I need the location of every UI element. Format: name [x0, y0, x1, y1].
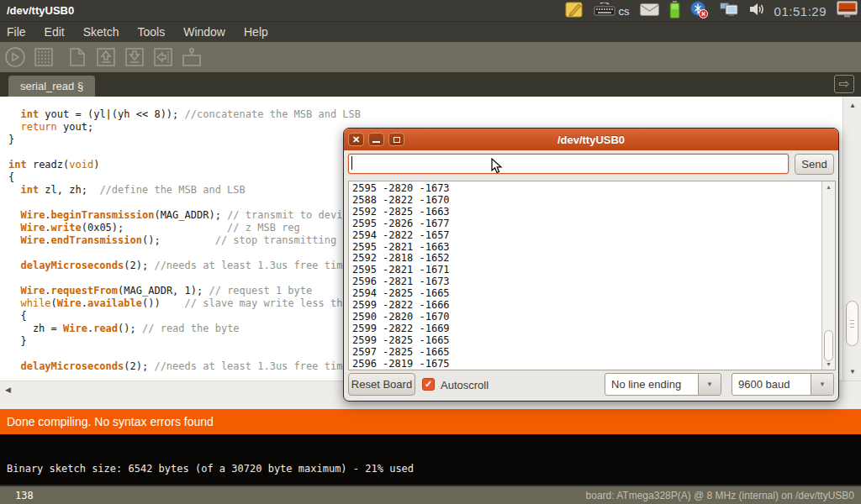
tab-label: serial_read §	[20, 80, 83, 92]
code-line: delayMicroseconds(2); //needs at least 1…	[8, 260, 361, 272]
verify-button[interactable]	[3, 45, 27, 69]
serial-send-input[interactable]	[348, 154, 789, 174]
volume-icon[interactable]	[749, 2, 764, 20]
open-sketch-button[interactable]	[94, 45, 118, 69]
upload-button[interactable]	[151, 45, 175, 69]
code-line: }	[8, 134, 361, 146]
line-number-indicator: 138	[0, 490, 34, 501]
save-sketch-button[interactable]	[123, 45, 146, 69]
network-icon[interactable]	[718, 1, 739, 21]
scroll-left-icon[interactable]: ◀	[5, 386, 11, 394]
serial-output-scrollbar[interactable]: ▲ ▼	[821, 181, 835, 370]
serial-monitor-titlebar[interactable]: /dev/ttyUSB0 ✕	[344, 129, 838, 150]
line-ending-value: No line ending	[605, 374, 698, 395]
code-line: Wire.beginTransmission(MAG_ADDR); // tra…	[8, 209, 361, 222]
scroll-down-icon[interactable]: ▼	[822, 361, 835, 367]
serial-line: 2592 -2825 -1663	[352, 207, 450, 218]
board-info: board: ATmega328P(A) @ 8 MHz (internal) …	[586, 490, 854, 501]
close-icon: ✕	[352, 135, 360, 144]
mail-icon[interactable]	[640, 3, 659, 19]
keyboard-layout-label[interactable]: cs	[619, 5, 630, 18]
serial-line: 2599 -2825 -1665	[352, 335, 450, 347]
menu-item-window[interactable]: Window	[183, 25, 225, 39]
compile-status-bar: Done compiling. No syntax errors found	[0, 409, 861, 434]
serial-line: 2595 -2821 -1663	[352, 242, 450, 254]
serial-output-pane[interactable]: 2595 -2820 -16732588 -2822 -16702592 -28…	[348, 181, 836, 370]
verify-icon	[4, 46, 26, 68]
scroll-down-icon[interactable]: ▼	[843, 368, 861, 375]
chevron-down-icon[interactable]: ▼	[698, 374, 721, 395]
menu-item-help[interactable]: Help	[244, 25, 268, 39]
scroll-up-icon[interactable]: ▲	[843, 102, 861, 109]
tab-serial-read[interactable]: serial_read §	[8, 76, 95, 97]
code-line: int yout = (yl|(yh << 8)); //concatenate…	[8, 108, 361, 121]
code-line	[8, 146, 361, 159]
baud-rate-value: 9600 baud	[732, 374, 811, 395]
code-line: Wire.requestFrom(MAG_ADDR, 1); // reques…	[8, 285, 361, 297]
autoscroll-label: Autoscroll	[441, 379, 489, 391]
serial-monitor-icon	[181, 47, 203, 67]
save-icon	[124, 47, 145, 67]
code-line	[8, 247, 361, 260]
close-button[interactable]: ✕	[348, 133, 364, 146]
serial-line: 2596 -2819 -1675	[352, 359, 450, 370]
menu-item-file[interactable]: File	[7, 25, 26, 39]
autoscroll-checkbox[interactable]: ✓	[422, 378, 435, 391]
keyboard-layout-icon[interactable]	[594, 3, 615, 19]
reset-board-button[interactable]: Reset Board	[348, 373, 415, 396]
ide-toolbar	[0, 42, 861, 72]
serial-line: 2595 -2821 -1671	[352, 265, 450, 276]
menu-item-edit[interactable]: Edit	[45, 25, 65, 39]
menu-item-tools[interactable]: Tools	[138, 25, 166, 39]
editor-vertical-scrollbar[interactable]: ▲ ▼	[843, 97, 861, 381]
minimize-button[interactable]	[368, 133, 384, 146]
text-caret	[351, 156, 352, 170]
stop-button[interactable]	[32, 45, 55, 69]
chevron-down-icon[interactable]: ▼	[811, 374, 833, 395]
menu-item-sketch[interactable]: Sketch	[83, 25, 119, 39]
line-ending-dropdown[interactable]: No line ending ▼	[605, 373, 721, 396]
code-line	[8, 272, 361, 285]
code-line: int zl, zh; //define the MSB and LSB	[8, 184, 361, 197]
code-line: zh = Wire.read(); // read the byte	[8, 323, 361, 335]
window-title: /dev/ttyUSB0	[0, 4, 74, 17]
battery-icon[interactable]	[669, 1, 680, 22]
clock[interactable]: 01:51:29	[774, 4, 827, 18]
open-icon	[96, 47, 116, 67]
bluetooth-icon[interactable]	[690, 0, 708, 22]
code-line	[8, 348, 361, 360]
code-line	[8, 197, 361, 209]
serial-line: 2592 -2818 -1652	[352, 253, 450, 265]
serial-scrollbar-thumb[interactable]	[824, 330, 833, 361]
send-button[interactable]: Send	[795, 154, 834, 175]
menu-bar: FileEditSketchToolsWindowHelp	[0, 22, 861, 42]
tab-menu-button[interactable]: ⇨	[834, 75, 854, 93]
notes-icon[interactable]	[565, 1, 584, 21]
tab-menu-arrow-icon: ⇨	[839, 76, 850, 92]
serial-output: 2595 -2820 -16732588 -2822 -16702592 -28…	[352, 183, 450, 370]
mouse-cursor	[491, 158, 503, 178]
editor-scrollbar-thumb[interactable]	[846, 301, 858, 346]
code-line: {	[8, 171, 361, 184]
serial-line: 2599 -2822 -1669	[352, 323, 450, 335]
tab-bar: serial_read § ⇨	[0, 72, 861, 97]
code-line: int readz(void)	[8, 159, 361, 171]
build-console: Binary sketch size: 6542 bytes (of a 307…	[0, 434, 861, 485]
code-line: return yout;	[8, 121, 361, 134]
new-file-icon	[67, 47, 87, 67]
serial-line: 2588 -2822 -1670	[352, 195, 450, 207]
serial-line: 2595 -2820 -1673	[352, 183, 450, 195]
code-line: Wire.endTransmission(); // stop transmit…	[8, 234, 361, 247]
compile-status-message: Done compiling. No syntax errors found	[7, 415, 214, 428]
scroll-up-icon[interactable]: ▲	[822, 184, 835, 190]
code-line: while(Wire.available()) // slave may wri…	[8, 297, 361, 310]
session-icon[interactable]	[837, 1, 858, 21]
serial-monitor-window: /dev/ttyUSB0 ✕ Send 2595 -2820 -16732588…	[343, 128, 839, 402]
maximize-icon	[394, 137, 400, 143]
serial-line: 2595 -2826 -1677	[352, 218, 450, 230]
serial-monitor-button[interactable]	[180, 45, 203, 69]
baud-rate-dropdown[interactable]: 9600 baud ▼	[732, 373, 834, 396]
maximize-button[interactable]	[388, 133, 404, 146]
new-sketch-button[interactable]	[66, 45, 89, 69]
serial-line: 2590 -2820 -1670	[352, 312, 450, 323]
